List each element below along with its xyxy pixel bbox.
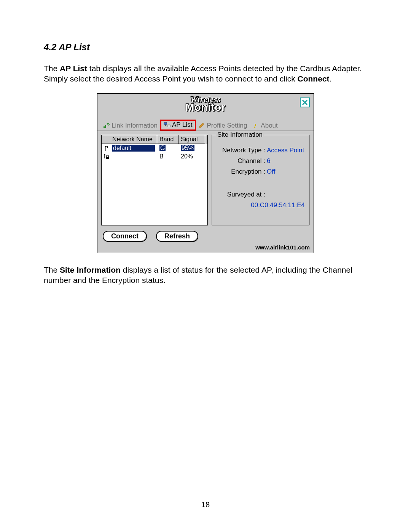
tab-label: About bbox=[261, 122, 277, 129]
text: The bbox=[44, 265, 60, 274]
button-row: Connect Refresh bbox=[101, 231, 208, 242]
text-bold-connect: Connect bbox=[298, 74, 330, 83]
tab-strip: Link Information AP List bbox=[97, 117, 314, 131]
label-network-type: Network Type : bbox=[217, 147, 267, 154]
list-row[interactable]: B 20% bbox=[102, 152, 207, 161]
info-channel: Channel : 6 bbox=[217, 157, 305, 165]
info-encryption: Encryption : Off bbox=[217, 168, 305, 176]
value-network-type: Access Point bbox=[267, 147, 304, 154]
text: . bbox=[330, 74, 332, 83]
info-network-type: Network Type : Access Point bbox=[217, 147, 305, 154]
cell-network-name: default bbox=[110, 144, 157, 152]
antenna-lock-icon bbox=[102, 153, 110, 160]
ap-list-box[interactable]: Network Name Band Signal bbox=[101, 135, 208, 225]
tab-about[interactable]: ? About bbox=[250, 121, 280, 131]
svg-rect-14 bbox=[106, 157, 109, 159]
antenna-icon bbox=[102, 144, 110, 152]
tab-profile-setting[interactable]: Profile Setting bbox=[196, 121, 250, 131]
text-bold-siteinfo: Site Information bbox=[60, 265, 121, 274]
content-area: Network Name Band Signal bbox=[97, 131, 314, 244]
page-number: 18 bbox=[0, 500, 411, 509]
cell-band: G bbox=[157, 144, 178, 152]
cell-band: B bbox=[157, 152, 178, 161]
svg-text:?: ? bbox=[253, 123, 256, 129]
cell-network-name bbox=[110, 156, 157, 157]
svg-rect-2 bbox=[104, 126, 105, 128]
text: The bbox=[44, 64, 60, 73]
groupbox-title: Site Information bbox=[216, 131, 264, 139]
tab-label: Profile Setting bbox=[207, 122, 247, 129]
footer-url: www.airlink101.com bbox=[97, 244, 314, 253]
col-icon bbox=[102, 135, 110, 144]
refresh-button[interactable]: Refresh bbox=[156, 231, 198, 242]
label-surveyed-at: Surveyed at : bbox=[217, 191, 267, 198]
value-encryption: Off bbox=[267, 168, 275, 176]
ap-list-panel: Network Name Band Signal bbox=[101, 135, 208, 242]
wireless-monitor-window: Wireless Monitor bbox=[97, 93, 314, 253]
svg-rect-5 bbox=[167, 125, 170, 127]
help-icon: ? bbox=[252, 123, 259, 129]
svg-point-13 bbox=[104, 154, 105, 155]
list-row[interactable]: default G 95% bbox=[102, 144, 207, 152]
signal-icon bbox=[103, 123, 110, 129]
svg-rect-3 bbox=[105, 125, 106, 128]
text-bold-aplist: AP List bbox=[60, 64, 87, 73]
pencil-icon bbox=[199, 123, 206, 129]
intro-paragraph: The AP List tab displays all the availab… bbox=[44, 63, 367, 84]
label-encryption: Encryption : bbox=[217, 168, 267, 176]
titlebar: Wireless Monitor bbox=[97, 94, 314, 117]
tab-label: Link Information bbox=[112, 122, 158, 129]
connect-button[interactable]: Connect bbox=[103, 231, 147, 242]
list-body: default G 95% bbox=[102, 144, 207, 225]
label-channel: Channel : bbox=[217, 157, 267, 165]
tab-ap-list[interactable]: AP List bbox=[160, 120, 196, 131]
close-button[interactable] bbox=[300, 97, 310, 107]
tab-label: AP List bbox=[172, 121, 193, 129]
col-network-name[interactable]: Network Name bbox=[110, 135, 157, 144]
value-channel: 6 bbox=[267, 157, 270, 165]
svg-point-11 bbox=[105, 146, 107, 147]
tab-link-information[interactable]: Link Information bbox=[100, 121, 160, 131]
closing-paragraph: The Site Information displays a list of … bbox=[44, 265, 367, 286]
network-icon bbox=[164, 122, 170, 128]
cell-signal: 95% bbox=[178, 144, 205, 152]
svg-rect-4 bbox=[164, 122, 167, 124]
list-header: Network Name Band Signal bbox=[102, 135, 207, 144]
app-logo: Wireless Monitor bbox=[185, 95, 226, 113]
section-heading: 4.2 AP List bbox=[44, 42, 367, 53]
value-mac-address: 00:C0:49:54:11:E4 bbox=[217, 201, 305, 209]
close-icon bbox=[302, 99, 308, 105]
logo-text-bottom: Monitor bbox=[185, 102, 226, 113]
svg-marker-8 bbox=[199, 123, 204, 128]
col-signal[interactable]: Signal bbox=[178, 135, 205, 144]
site-information-panel: Site Information Network Type : Access P… bbox=[212, 135, 310, 242]
info-surveyed: Surveyed at : 00:C0:49:54:11:E4 bbox=[217, 191, 305, 209]
cell-signal: 20% bbox=[178, 152, 205, 161]
col-band[interactable]: Band bbox=[157, 135, 178, 144]
site-information-groupbox: Site Information Network Type : Access P… bbox=[212, 135, 310, 225]
